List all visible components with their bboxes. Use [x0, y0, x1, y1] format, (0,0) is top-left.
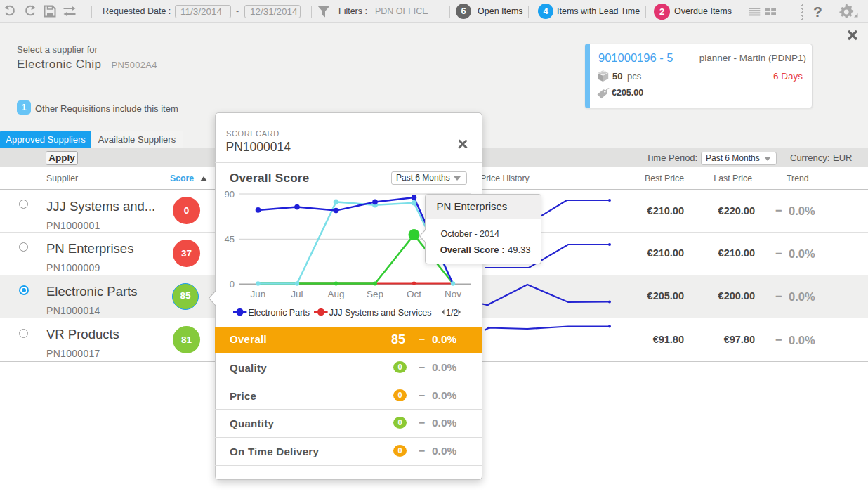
svg-text:1/2: 1/2 [446, 308, 458, 318]
svg-text:0: 0 [230, 279, 235, 290]
svg-text:90: 90 [225, 189, 235, 200]
svg-text:Jun: Jun [251, 289, 266, 299]
svg-text:Sep: Sep [367, 289, 383, 299]
svg-text:Jul: Jul [291, 289, 303, 299]
svg-text:Nov: Nov [445, 289, 461, 299]
svg-text:Aug: Aug [327, 289, 344, 299]
svg-text:Electronic Parts: Electronic Parts [249, 308, 310, 318]
svg-text:JJJ Systems and Services: JJJ Systems and Services [329, 308, 432, 318]
svg-text:Oct: Oct [407, 289, 421, 299]
svg-text:45: 45 [225, 234, 235, 245]
